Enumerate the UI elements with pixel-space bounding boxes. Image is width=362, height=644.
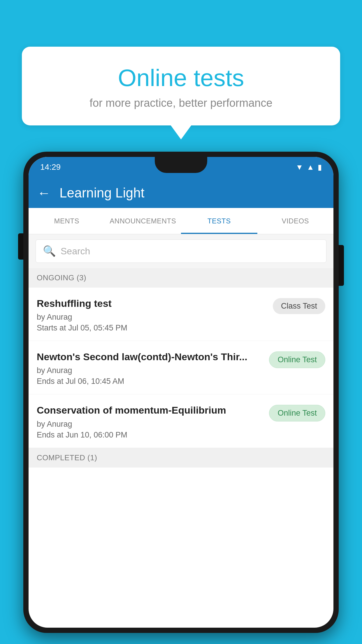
test-info: Conservation of momentum-Equilibrium by … [37, 404, 263, 439]
tab-ments[interactable]: MENTS [29, 208, 105, 234]
search-icon: 🔍 [43, 245, 56, 257]
test-badge-class: Class Test [273, 298, 325, 314]
search-container: 🔍 Search [29, 234, 333, 268]
test-info: Newton's Second law(contd)-Newton's Thir… [37, 350, 263, 386]
search-placeholder: Search [61, 246, 90, 257]
completed-title: COMPLETED (1) [37, 453, 97, 462]
test-author: by Anurag [37, 313, 267, 322]
test-author: by Anurag [37, 366, 263, 375]
test-name: Newton's Second law(contd)-Newton's Thir… [37, 350, 263, 363]
test-list: Reshuffling test by Anurag Starts at Jul… [29, 288, 333, 448]
phone-inner: 14:29 ▼ ▲ ▮ ← Learning Light MENTS ANNOU… [29, 157, 333, 628]
status-time: 14:29 [40, 162, 61, 172]
test-name: Reshuffling test [37, 297, 267, 310]
phone-container: 14:29 ▼ ▲ ▮ ← Learning Light MENTS ANNOU… [23, 152, 339, 644]
test-item[interactable]: Newton's Second law(contd)-Newton's Thir… [29, 341, 333, 394]
tab-tests[interactable]: TESTS [181, 208, 257, 234]
completed-section-header: COMPLETED (1) [29, 448, 333, 468]
status-bar: 14:29 ▼ ▲ ▮ [29, 157, 333, 177]
signal-icon: ▲ [307, 163, 314, 172]
test-item[interactable]: Conservation of momentum-Equilibrium by … [29, 394, 333, 448]
test-name: Conservation of momentum-Equilibrium [37, 404, 263, 416]
speech-bubble: Online tests for more practice, better p… [22, 47, 340, 125]
test-time: Starts at Jul 05, 05:45 PM [37, 323, 267, 332]
test-info: Reshuffling test by Anurag Starts at Jul… [37, 297, 267, 332]
ongoing-section-header: ONGOING (3) [29, 268, 333, 288]
back-button[interactable]: ← [37, 185, 51, 201]
test-time: Ends at Jun 10, 06:00 PM [37, 430, 263, 440]
wifi-icon: ▼ [296, 163, 303, 172]
tabs-bar: MENTS ANNOUNCEMENTS TESTS VIDEOS [29, 208, 333, 234]
test-item[interactable]: Reshuffling test by Anurag Starts at Jul… [29, 288, 333, 341]
tab-announcements[interactable]: ANNOUNCEMENTS [105, 208, 181, 234]
app-bar: ← Learning Light [29, 177, 333, 208]
battery-icon: ▮ [318, 163, 322, 172]
search-input[interactable]: 🔍 Search [36, 239, 326, 263]
test-badge-online: Online Test [269, 351, 325, 368]
phone-outer: 14:29 ▼ ▲ ▮ ← Learning Light MENTS ANNOU… [23, 152, 339, 633]
test-badge-online: Online Test [269, 405, 325, 421]
status-icons: ▼ ▲ ▮ [296, 163, 322, 172]
ongoing-title: ONGOING (3) [37, 273, 86, 282]
app-title: Learning Light [59, 185, 145, 201]
tab-videos[interactable]: VIDEOS [257, 208, 334, 234]
test-time: Ends at Jul 06, 10:45 AM [37, 377, 263, 386]
bubble-subtitle: for more practice, better performance [36, 97, 326, 109]
test-author: by Anurag [37, 420, 263, 429]
bubble-title: Online tests [36, 64, 326, 92]
